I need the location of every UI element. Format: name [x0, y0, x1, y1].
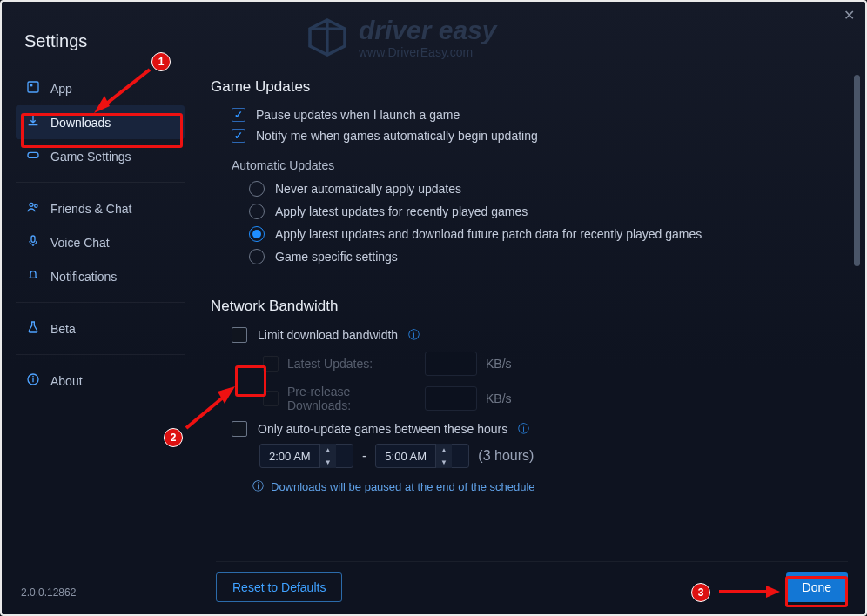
latest-updates-label: Latest Updates:: [287, 357, 416, 371]
chevron-up-icon[interactable]: ▲: [320, 444, 336, 456]
sidebar-item-label: Beta: [50, 322, 76, 336]
prerelease-input: [425, 386, 477, 411]
sidebar-item-label: App: [50, 82, 72, 96]
friends-icon: [26, 200, 40, 217]
chevron-up-icon[interactable]: ▲: [436, 444, 452, 456]
auto-update-option[interactable]: Apply latest updates for recently played…: [249, 204, 848, 219]
sidebar-item-downloads[interactable]: Downloads: [16, 105, 185, 139]
settings-window: ✕ driver easy www.DriverEasy.com Setting…: [0, 0, 867, 616]
chevron-down-icon[interactable]: ▼: [320, 456, 336, 468]
pause-updates-label: Pause updates when I launch a game: [256, 108, 460, 122]
time-from-value: 2:00 AM: [260, 450, 319, 463]
radio-label: Game specific settings: [275, 250, 398, 264]
prerelease-checkbox: [263, 391, 279, 406]
time-from-stepper[interactable]: 2:00 AM ▲ ▼: [259, 444, 353, 468]
info-icon: [26, 372, 40, 389]
sidebar-item-notif[interactable]: Notifications: [16, 259, 185, 293]
flask-icon: [26, 320, 40, 337]
watermark: driver easy www.DriverEasy.com: [306, 16, 496, 59]
done-button[interactable]: Done: [786, 572, 848, 602]
latest-updates-checkbox: [263, 356, 279, 372]
svg-rect-3: [28, 82, 38, 92]
pause-updates-checkbox[interactable]: [232, 108, 245, 122]
notify-updates-label: Notify me when games automatically begin…: [256, 129, 538, 143]
svg-point-6: [30, 203, 33, 206]
sidebar-item-label: Notifications: [50, 270, 117, 284]
help-icon[interactable]: ⓘ: [408, 327, 420, 343]
scrollbar-thumb[interactable]: [854, 75, 860, 266]
auto-update-option[interactable]: Never automatically apply updates: [249, 181, 848, 197]
sidebar-item-voice[interactable]: Voice Chat: [16, 225, 185, 259]
sidebar-divider: [16, 302, 185, 303]
svg-rect-5: [28, 152, 38, 157]
radio-icon[interactable]: [249, 204, 265, 219]
unit-label: KB/s: [486, 357, 512, 371]
version-label: 2.0.0.12862: [21, 586, 76, 599]
annot-badge-2: 2: [164, 428, 183, 447]
close-icon[interactable]: ✕: [843, 7, 855, 23]
sidebar-divider: [16, 182, 185, 183]
section-heading-bandwidth: Network Bandwidth: [211, 298, 848, 315]
sidebar-item-label: Downloads: [50, 116, 111, 130]
bell-icon: [26, 268, 40, 285]
sidebar-item-label: Voice Chat: [50, 236, 110, 250]
download-icon: [26, 114, 40, 131]
hours-duration: (3 hours): [478, 448, 534, 464]
help-icon-2[interactable]: ⓘ: [518, 421, 529, 437]
sidebar-item-app[interactable]: App: [16, 71, 185, 105]
auto-update-option[interactable]: Game specific settings: [249, 249, 848, 264]
time-to-stepper[interactable]: 5:00 AM ▲ ▼: [375, 444, 469, 468]
svg-rect-8: [31, 236, 35, 242]
sidebar-divider: [16, 354, 185, 355]
radio-icon[interactable]: [249, 181, 265, 197]
radio-icon[interactable]: [249, 226, 265, 242]
limit-bandwidth-checkbox[interactable]: [232, 327, 247, 343]
hours-checkbox[interactable]: [232, 421, 247, 437]
sidebar-item-label: Game Settings: [50, 150, 131, 164]
latest-updates-input: [425, 352, 477, 376]
sidebar-item-friends[interactable]: Friends & Chat: [16, 191, 185, 225]
unit-label-2: KB/s: [486, 392, 512, 405]
main-content: Game Updates Pause updates when I launch…: [211, 71, 848, 562]
info-icon: ⓘ: [252, 479, 264, 494]
page-title: Settings: [24, 31, 87, 51]
auto-updates-subheading: Automatic Updates: [232, 158, 848, 172]
annot-badge-1: 1: [151, 52, 171, 71]
auto-update-option[interactable]: Apply latest updates and download future…: [249, 226, 848, 242]
radio-label: Never automatically apply updates: [275, 182, 461, 196]
sidebar-item-about[interactable]: About: [16, 364, 185, 398]
watermark-logo-icon: [306, 17, 348, 58]
svg-rect-4: [30, 84, 33, 87]
sidebar: AppDownloadsGame SettingsFriends & ChatV…: [16, 71, 185, 398]
sidebar-item-beta[interactable]: Beta: [16, 311, 185, 345]
reset-button[interactable]: Reset to Defaults: [216, 572, 342, 602]
radio-label: Apply latest updates for recently played…: [275, 204, 528, 218]
hours-label: Only auto-update games between these hou…: [258, 422, 507, 436]
sidebar-item-label: About: [50, 374, 83, 388]
gamepad-icon: [26, 148, 40, 164]
prerelease-label: Pre-release Downloads:: [287, 385, 416, 412]
time-sep: -: [362, 448, 366, 464]
schedule-note: Downloads will be paused at the end of t…: [271, 480, 535, 493]
sidebar-item-label: Friends & Chat: [50, 202, 131, 216]
svg-point-7: [35, 204, 37, 207]
sidebar-item-game[interactable]: Game Settings: [16, 139, 185, 173]
app-icon: [26, 80, 40, 97]
svg-point-11: [32, 376, 34, 378]
mic-icon: [26, 234, 40, 251]
radio-label: Apply latest updates and download future…: [275, 227, 702, 241]
radio-icon[interactable]: [249, 249, 265, 264]
watermark-brand: driver easy: [359, 16, 496, 45]
section-heading-game-updates: Game Updates: [211, 78, 848, 96]
watermark-url: www.DriverEasy.com: [359, 45, 496, 59]
notify-updates-checkbox[interactable]: [232, 129, 245, 143]
footer: Reset to Defaults Done: [216, 561, 848, 602]
time-to-value: 5:00 AM: [376, 450, 435, 463]
scrollbar-track[interactable]: [851, 71, 860, 611]
chevron-down-icon[interactable]: ▼: [436, 456, 452, 468]
limit-bandwidth-label: Limit download bandwidth: [258, 328, 398, 342]
